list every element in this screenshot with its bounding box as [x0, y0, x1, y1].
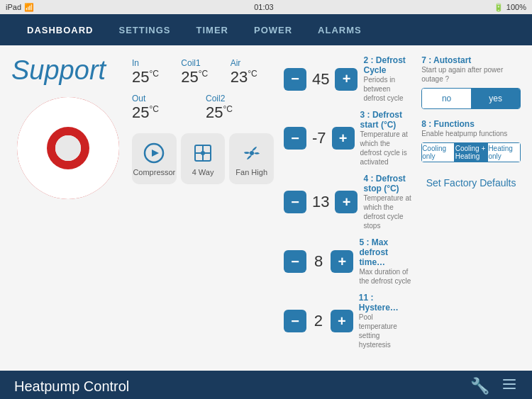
factory-defaults-button[interactable]: Set Factory Defaults	[426, 177, 516, 189]
control-row-0: − 45 + 2 : Defrost Cycle Periods in betw…	[284, 55, 411, 103]
autostart-section: 7 : Autostart Start up again after power…	[421, 55, 521, 109]
autostart-subtitle: Start up again after power outage ?	[421, 65, 521, 84]
fourway-label: 4 Way	[192, 168, 214, 176]
control-row-2: − 13 + 4 : Defrost stop (°C) Temperature…	[284, 174, 411, 230]
middle-panel: − 45 + 2 : Defrost Cycle Periods in betw…	[281, 55, 414, 361]
decrease-btn-0[interactable]: −	[284, 68, 306, 91]
wrench-icon[interactable]: 🔧	[470, 377, 489, 395]
temp-out: Out 25°C	[132, 94, 200, 122]
temp-in-label: In	[132, 58, 175, 68]
control-title-2: 4 : Defrost stop (°C)	[363, 174, 411, 193]
nav-power[interactable]: POWER	[241, 25, 305, 35]
control-title-3: 5 : Max defrost time…	[359, 237, 411, 267]
control-title-4: 11 : Hystere…	[359, 293, 411, 313]
status-time: 01:03	[254, 3, 274, 11]
svg-rect-14	[503, 388, 516, 389]
nav-timer[interactable]: TIMER	[184, 25, 241, 35]
bottom-icons: 🔧	[470, 376, 518, 397]
temp-coil1: Coil1 25°C	[181, 58, 224, 86]
cooling-only-option[interactable]: Cooling only	[421, 142, 455, 162]
autostart-no[interactable]: no	[422, 89, 471, 108]
fourway-icon	[191, 141, 215, 165]
svg-rect-13	[503, 383, 516, 385]
status-icons: Compressor 4 Way	[132, 133, 274, 184]
left-panel: Support	[11, 55, 125, 361]
svg-point-10	[201, 151, 205, 155]
nav-alarms[interactable]: ALARMS	[305, 25, 375, 35]
temp-coil1-label: Coil1	[181, 58, 224, 68]
status-left: iPad 📶	[6, 3, 34, 12]
control-value-1: -7	[312, 129, 326, 147]
fourway-icon-box[interactable]: 4 Way	[181, 133, 226, 184]
decrease-btn-2[interactable]: −	[284, 191, 306, 213]
ipad-label: iPad	[6, 3, 21, 11]
bottom-bar: Heatpump Control 🔧	[0, 371, 532, 399]
control-desc-3: 5 : Max defrost time… Max duration of th…	[359, 237, 411, 286]
list-svg	[501, 376, 518, 393]
cooling-heating-option[interactable]: Cooling + Heating	[455, 142, 488, 162]
control-value-4: 2	[312, 312, 325, 330]
list-icon[interactable]	[501, 376, 518, 397]
functions-section: 8 : Functions Enable heatpump functions …	[421, 119, 521, 162]
compressor-icon-box[interactable]: Compressor	[132, 133, 177, 184]
wifi-icon: 📶	[24, 3, 34, 12]
temp-coil1-value: 25°C	[181, 68, 224, 86]
temp-in-value: 25°C	[132, 68, 175, 86]
status-right: 🔋 100%	[494, 3, 526, 12]
factory-defaults: Set Factory Defaults	[421, 176, 521, 189]
control-title-1: 3 : Defrost start (°C)	[360, 110, 412, 130]
support-title: Support	[11, 55, 106, 86]
nav-settings[interactable]: SETTINGS	[106, 25, 184, 35]
increase-btn-4[interactable]: +	[331, 310, 353, 332]
battery-icon: 🔋	[494, 3, 504, 12]
decrease-btn-4[interactable]: −	[284, 310, 306, 332]
temp-out-value: 25°C	[132, 103, 200, 122]
temp-grid-top: In 25°C Coil1 25°C Air 23°C	[132, 58, 274, 86]
right-panel: 7 : Autostart Start up again after power…	[421, 55, 521, 361]
heating-options[interactable]: Cooling only Cooling + Heating Heating o…	[421, 142, 521, 162]
control-row-1: − -7 + 3 : Defrost start (°C) Temperatur…	[284, 110, 411, 167]
decrease-btn-1[interactable]: −	[284, 127, 306, 150]
control-value-0: 45	[312, 70, 329, 89]
svg-marker-6	[152, 150, 159, 157]
increase-btn-3[interactable]: +	[331, 250, 353, 273]
fan-high-icon-box[interactable]: Fan High	[229, 133, 274, 184]
heating-only-option[interactable]: Heating only	[487, 142, 521, 162]
control-value-3: 8	[312, 252, 325, 271]
temp-panel: In 25°C Coil1 25°C Air 23°C Out 25°C	[132, 55, 274, 361]
lifesaver-image	[11, 91, 125, 205]
increase-btn-0[interactable]: +	[335, 68, 358, 91]
temp-in: In 25°C	[132, 58, 175, 86]
nav-dashboard[interactable]: DASHBOARD	[14, 25, 106, 35]
temp-coil2: Coil2 25°C	[206, 94, 274, 122]
functions-title: 8 : Functions	[421, 119, 521, 129]
increase-btn-1[interactable]: +	[332, 127, 355, 150]
control-desc-4: 11 : Hystere… Pool temperature setting h…	[359, 293, 411, 349]
autostart-toggle[interactable]: no yes	[421, 88, 521, 109]
svg-point-11	[250, 151, 254, 155]
temp-air: Air 23°C	[231, 58, 274, 86]
control-row-4: − 2 + 11 : Hystere… Pool temperature set…	[284, 293, 411, 349]
increase-btn-2[interactable]: +	[335, 191, 358, 213]
autostart-yes[interactable]: yes	[471, 89, 520, 108]
battery-label: 100%	[506, 3, 526, 11]
control-title-0: 2 : Defrost Cycle	[363, 55, 411, 75]
svg-rect-12	[503, 379, 516, 381]
control-row-3: − 8 + 5 : Max defrost time… Max duration…	[284, 237, 411, 286]
temp-out-label: Out	[132, 94, 200, 103]
compressor-icon	[142, 141, 166, 165]
nav-bar: DASHBOARD SETTINGS TIMER POWER ALARMS	[0, 14, 532, 45]
control-subtitle-2: Temperature at which the defrost cycle s…	[363, 193, 411, 230]
temp-air-value: 23°C	[231, 68, 274, 86]
control-desc-0: 2 : Defrost Cycle Periods in between def…	[363, 55, 411, 103]
autostart-title: 7 : Autostart	[421, 55, 521, 65]
decrease-btn-3[interactable]: −	[284, 250, 306, 273]
control-desc-1: 3 : Defrost start (°C) Temperature at wh…	[360, 110, 412, 167]
control-desc-2: 4 : Defrost stop (°C) Temperature at whi…	[363, 174, 411, 230]
temp-grid-bottom: Out 25°C Coil2 25°C	[132, 94, 274, 122]
main-content: Support In 25°C	[0, 45, 532, 371]
status-bar: iPad 📶 01:03 🔋 100%	[0, 0, 532, 14]
control-subtitle-1: Temperature at which the defrost cycle i…	[360, 130, 412, 167]
functions-subtitle: Enable heatpump functions	[421, 129, 521, 138]
temp-coil2-label: Coil2	[206, 94, 274, 103]
